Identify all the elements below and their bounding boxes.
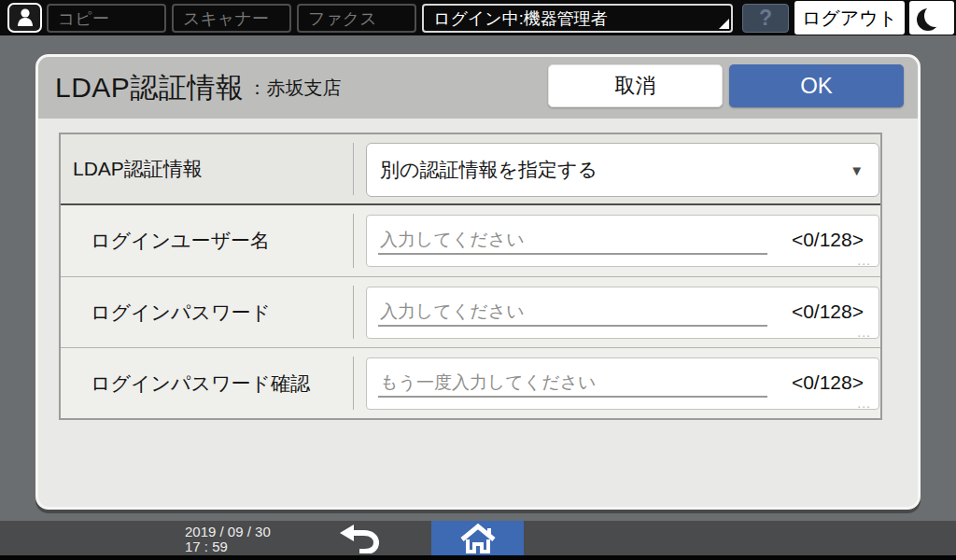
user-icon [16, 7, 35, 28]
datetime: 2019 / 09 / 30 17 : 59 [185, 525, 271, 554]
input-placeholder: 入力してください [380, 228, 525, 252]
question-mark-icon: ? [759, 6, 772, 31]
tab-scanner[interactable]: スキャナー [172, 4, 291, 33]
auth-method-label: LDAP認証情報 [61, 134, 354, 203]
char-counter: <0/128> [792, 371, 864, 394]
logout-button[interactable]: ログアウト [794, 1, 905, 35]
login-password-confirm-input[interactable]: もう一度入力してください <0/128> ... [366, 357, 879, 410]
auth-method-row: LDAP認証情報 別の認証情報を指定する ▼ [61, 134, 880, 205]
help-button[interactable]: ? [742, 4, 789, 33]
user-button[interactable] [7, 3, 42, 33]
login-password-confirm-label: ログインパスワード確認 [61, 348, 354, 418]
char-counter: <0/128> [792, 301, 864, 323]
top-bar: コピー スキャナー ファクス ログイン中:機器管理者 ? ログアウト [0, 0, 956, 35]
tab-copy-label: コピー [58, 7, 109, 30]
chevron-down-icon: ▼ [850, 162, 864, 178]
auth-method-value: 別の認証情報を指定する [380, 157, 598, 183]
dialog-header: LDAP認証情報 ：赤坂支店 取消 OK [38, 57, 918, 119]
bottom-bar: 2019 / 09 / 30 17 : 59 [0, 521, 956, 560]
login-password-input[interactable]: 入力してください <0/128> ... [366, 287, 879, 339]
dropdown-corner-icon [719, 19, 729, 29]
page-title-main: LDAP認証情報 [55, 69, 244, 107]
ellipsis-icon: ... [857, 253, 871, 268]
page-title: LDAP認証情報 ：赤坂支店 [55, 57, 341, 119]
settings-table: LDAP認証情報 別の認証情報を指定する ▼ ログインユーザー名 入力してくださ… [59, 133, 882, 420]
cancel-button[interactable]: 取消 [548, 64, 723, 107]
crescent-moon-icon [924, 5, 947, 27]
night-mode-button[interactable] [909, 1, 954, 35]
input-underline [378, 396, 767, 398]
home-button[interactable] [431, 521, 524, 555]
login-username-label: ログインユーザー名 [61, 205, 354, 276]
tab-fax[interactable]: ファクス [297, 4, 416, 33]
input-underline [378, 253, 767, 255]
time-text: 17 : 59 [185, 539, 271, 554]
cancel-label: 取消 [615, 72, 656, 100]
login-password-confirm-row: ログインパスワード確認 もう一度入力してください <0/128> ... [61, 347, 880, 418]
ellipsis-icon: ... [857, 325, 871, 340]
tab-fax-label: ファクス [308, 7, 377, 30]
ok-button[interactable]: OK [729, 64, 904, 107]
login-status-label: ログイン中:機器管理者 [433, 7, 608, 30]
login-password-label: ログインパスワード [61, 277, 354, 347]
input-underline [378, 325, 767, 327]
input-placeholder: 入力してください [380, 300, 525, 324]
ldap-auth-dialog: LDAP認証情報 ：赤坂支店 取消 OK LDAP認証情報 別の認証情報を指定す… [35, 54, 921, 510]
ok-label: OK [800, 73, 833, 99]
login-username-input[interactable]: 入力してください <0/128> ... [366, 215, 879, 267]
auth-method-select[interactable]: 別の認証情報を指定する ▼ [366, 143, 879, 197]
home-icon [458, 524, 498, 553]
tab-copy[interactable]: コピー [47, 4, 166, 33]
tab-scanner-label: スキャナー [183, 7, 269, 30]
login-username-row: ログインユーザー名 入力してください <0/128> ... [61, 205, 880, 276]
logout-label: ログアウト [802, 6, 897, 31]
char-counter: <0/128> [792, 229, 864, 251]
ellipsis-icon: ... [857, 396, 871, 411]
date-text: 2019 / 09 / 30 [185, 525, 271, 539]
back-arrow-icon [339, 524, 380, 553]
login-status-dropdown[interactable]: ログイン中:機器管理者 [422, 4, 733, 33]
login-password-row: ログインパスワード 入力してください <0/128> ... [61, 276, 880, 347]
back-button[interactable] [329, 521, 390, 555]
page-title-sub: ：赤坂支店 [247, 76, 341, 101]
input-placeholder: もう一度入力してください [380, 371, 597, 395]
